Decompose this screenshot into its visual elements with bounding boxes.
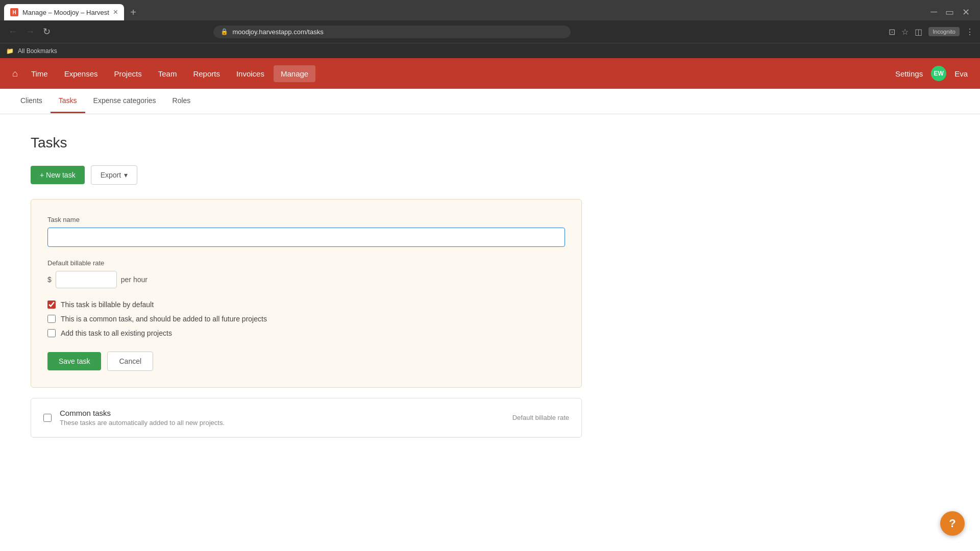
active-tab[interactable]: H Manage – Moodjoy – Harvest × bbox=[4, 4, 124, 20]
task-name-group: Task name bbox=[47, 216, 565, 247]
incognito-badge: Incognito bbox=[928, 27, 960, 36]
profile-icon[interactable]: ◫ bbox=[915, 27, 922, 37]
action-bar: + New task Export ▾ bbox=[31, 165, 582, 185]
common-tasks-select-all-checkbox[interactable] bbox=[43, 414, 52, 422]
forward-button[interactable]: → bbox=[23, 24, 37, 39]
bookmark-star-icon[interactable]: ☆ bbox=[901, 27, 909, 37]
lock-icon: 🔒 bbox=[220, 28, 228, 35]
common-task-checkbox[interactable] bbox=[47, 315, 56, 323]
username-label[interactable]: Eva bbox=[954, 69, 968, 78]
nav-item-reports[interactable]: Reports bbox=[186, 65, 227, 82]
bookmarks-bar: 📁 All Bookmarks bbox=[0, 43, 980, 58]
close-window-button[interactable]: ✕ bbox=[962, 7, 970, 18]
settings-link[interactable]: Settings bbox=[895, 69, 923, 78]
subnav-roles[interactable]: Roles bbox=[164, 89, 199, 113]
tab-bar: H Manage – Moodjoy – Harvest × + ─ ▭ ✕ bbox=[0, 0, 980, 20]
rate-header: Default billable rate bbox=[512, 414, 569, 421]
new-task-button[interactable]: + New task bbox=[31, 166, 85, 184]
reload-button[interactable]: ↻ bbox=[41, 24, 53, 39]
tab-title: Manage – Moodjoy – Harvest bbox=[22, 9, 109, 16]
common-task-checkbox-label: This is a common task, and should be add… bbox=[61, 315, 267, 323]
nav-item-invoices[interactable]: Invoices bbox=[229, 65, 272, 82]
url-display: moodjoy.harvestapp.com/tasks bbox=[232, 28, 564, 36]
form-actions: Save task Cancel bbox=[47, 352, 565, 371]
billable-checkbox-label: This task is billable by default bbox=[61, 300, 154, 309]
maximize-button[interactable]: ▭ bbox=[945, 7, 954, 18]
main-content: Tasks + New task Export ▾ Task name Defa… bbox=[0, 114, 612, 458]
address-bar[interactable]: 🔒 moodjoy.harvestapp.com/tasks bbox=[213, 26, 571, 38]
billable-rate-label: Default billable rate bbox=[47, 259, 565, 267]
nav-item-manage[interactable]: Manage bbox=[274, 65, 315, 82]
export-label: Export bbox=[101, 171, 121, 179]
add-existing-checkbox[interactable] bbox=[47, 329, 56, 337]
back-button[interactable]: ← bbox=[6, 24, 19, 39]
window-controls: ─ ▭ ✕ bbox=[930, 7, 976, 18]
currency-symbol: $ bbox=[47, 276, 52, 284]
nav-item-expenses[interactable]: Expenses bbox=[57, 65, 105, 82]
subnav-expense-categories[interactable]: Expense categories bbox=[85, 89, 164, 113]
avatar[interactable]: EW bbox=[931, 66, 946, 81]
sub-nav: Clients Tasks Expense categories Roles bbox=[0, 89, 980, 114]
nav-item-projects[interactable]: Projects bbox=[107, 65, 149, 82]
rate-row: $ per hour bbox=[47, 271, 565, 288]
toolbar-icons: ⊡ ☆ ◫ Incognito ⋮ bbox=[889, 27, 974, 37]
add-existing-checkbox-row[interactable]: Add this task to all existing projects bbox=[47, 329, 565, 337]
subnav-clients[interactable]: Clients bbox=[12, 89, 51, 113]
billable-checkbox[interactable] bbox=[47, 300, 56, 309]
task-name-input[interactable] bbox=[47, 228, 565, 247]
billable-checkbox-row[interactable]: This task is billable by default bbox=[47, 300, 565, 309]
rate-input[interactable] bbox=[56, 271, 117, 288]
nav-item-time[interactable]: Time bbox=[24, 65, 55, 82]
cancel-button[interactable]: Cancel bbox=[107, 352, 153, 371]
browser-toolbar: ← → ↻ 🔒 moodjoy.harvestapp.com/tasks ⊡ ☆… bbox=[0, 20, 980, 43]
help-button[interactable]: ? bbox=[940, 511, 965, 536]
tab-close-button[interactable]: × bbox=[113, 8, 118, 17]
per-hour-label: per hour bbox=[121, 276, 148, 284]
minimize-button[interactable]: ─ bbox=[930, 7, 937, 18]
billable-rate-group: Default billable rate $ per hour bbox=[47, 259, 565, 288]
add-existing-checkbox-label: Add this task to all existing projects bbox=[61, 329, 172, 337]
task-name-label: Task name bbox=[47, 216, 565, 223]
common-tasks-section: Common tasks These tasks are automatical… bbox=[31, 398, 582, 438]
export-button[interactable]: Export ▾ bbox=[91, 165, 137, 185]
bookmarks-label[interactable]: All Bookmarks bbox=[18, 47, 57, 55]
nav-item-team[interactable]: Team bbox=[151, 65, 184, 82]
common-task-checkbox-row[interactable]: This is a common task, and should be add… bbox=[47, 315, 565, 323]
app: ⌂ Time Expenses Projects Team Reports In… bbox=[0, 58, 980, 551]
section-title-group: Common tasks These tasks are automatical… bbox=[60, 409, 225, 427]
checkbox-group: This task is billable by default This is… bbox=[47, 300, 565, 337]
export-chevron-icon: ▾ bbox=[124, 171, 128, 179]
cast-icon[interactable]: ⊡ bbox=[889, 27, 895, 37]
nav-items: Time Expenses Projects Team Reports Invo… bbox=[24, 65, 895, 82]
subnav-tasks[interactable]: Tasks bbox=[51, 89, 85, 113]
top-nav: ⌂ Time Expenses Projects Team Reports In… bbox=[0, 58, 980, 89]
home-icon[interactable]: ⌂ bbox=[12, 68, 18, 79]
new-task-form: Task name Default billable rate $ per ho… bbox=[31, 199, 582, 388]
extensions-icon[interactable]: ⋮ bbox=[966, 27, 974, 37]
favicon: H bbox=[10, 8, 18, 16]
nav-right: Settings EW Eva bbox=[895, 66, 968, 81]
common-tasks-subtitle: These tasks are automatically added to a… bbox=[60, 419, 225, 427]
section-header: Common tasks These tasks are automatical… bbox=[31, 398, 581, 437]
bookmarks-folder-icon: 📁 bbox=[6, 47, 14, 55]
page-title: Tasks bbox=[31, 135, 582, 151]
common-tasks-title: Common tasks bbox=[60, 409, 225, 417]
browser-window: H Manage – Moodjoy – Harvest × + ─ ▭ ✕ ←… bbox=[0, 0, 980, 58]
save-task-button[interactable]: Save task bbox=[47, 352, 101, 370]
new-tab-button[interactable]: + bbox=[126, 7, 140, 18]
